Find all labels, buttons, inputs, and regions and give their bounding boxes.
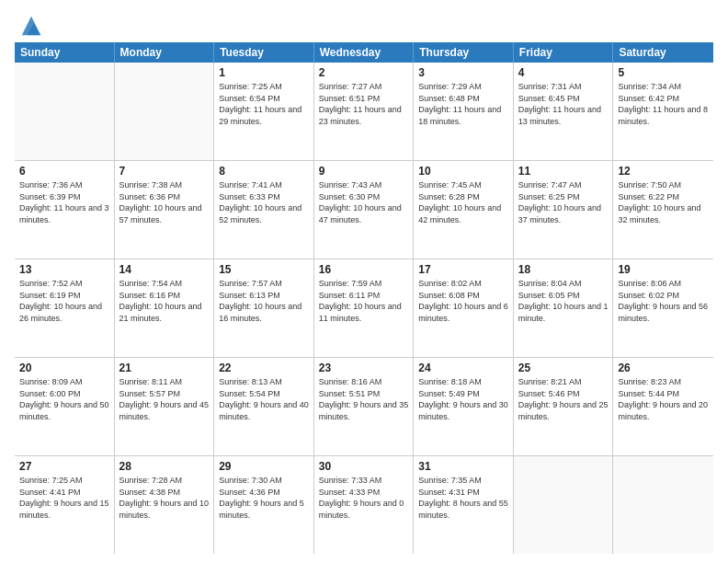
cell-info: Sunrise: 7:45 AMSunset: 6:28 PMDaylight:… [418, 179, 508, 225]
day-number: 19 [618, 262, 709, 277]
header-day-monday: Monday [115, 42, 215, 63]
day-number: 2 [319, 65, 409, 80]
calendar-cell: 16Sunrise: 7:59 AMSunset: 6:11 PMDayligh… [314, 259, 415, 357]
page: SundayMondayTuesdayWednesdayThursdayFrid… [0, 0, 728, 563]
cell-info: Sunrise: 7:25 AMSunset: 4:41 PMDaylight:… [19, 475, 109, 521]
logo [15, 13, 44, 39]
calendar-cell: 23Sunrise: 8:16 AMSunset: 5:51 PMDayligh… [314, 358, 415, 455]
cell-info: Sunrise: 8:13 AMSunset: 5:54 PMDaylight:… [219, 376, 309, 422]
calendar-cell: 5Sunrise: 7:34 AMSunset: 6:42 PMDaylight… [613, 63, 713, 160]
cell-info: Sunrise: 7:28 AMSunset: 4:38 PMDaylight:… [119, 475, 210, 521]
day-number: 31 [418, 459, 508, 474]
calendar-cell: 3Sunrise: 7:29 AMSunset: 6:48 PMDaylight… [414, 63, 514, 160]
day-number: 25 [518, 361, 609, 375]
cell-info: Sunrise: 8:21 AMSunset: 5:46 PMDaylight:… [518, 376, 609, 422]
cell-info: Sunrise: 7:29 AMSunset: 6:48 PMDaylight:… [418, 81, 508, 127]
calendar-cell: 15Sunrise: 7:57 AMSunset: 6:13 PMDayligh… [214, 259, 314, 357]
calendar-cell: 9Sunrise: 7:43 AMSunset: 6:30 PMDaylight… [314, 161, 415, 259]
day-number: 29 [219, 459, 309, 474]
day-number: 5 [618, 65, 709, 80]
cell-info: Sunrise: 7:33 AMSunset: 4:33 PMDaylight:… [319, 475, 409, 521]
cell-info: Sunrise: 8:06 AMSunset: 6:02 PMDaylight:… [618, 278, 709, 324]
cell-info: Sunrise: 7:59 AMSunset: 6:11 PMDaylight:… [319, 278, 409, 324]
day-number: 28 [119, 459, 210, 474]
day-number: 3 [418, 65, 508, 80]
cell-info: Sunrise: 7:38 AMSunset: 6:36 PMDaylight:… [119, 179, 210, 225]
calendar-cell: 22Sunrise: 8:13 AMSunset: 5:54 PMDayligh… [214, 358, 314, 455]
calendar: SundayMondayTuesdayWednesdayThursdayFrid… [15, 42, 713, 554]
day-number: 16 [319, 262, 409, 277]
day-number: 30 [319, 459, 409, 474]
calendar-row-2: 6Sunrise: 7:36 AMSunset: 6:39 PMDaylight… [15, 161, 713, 259]
calendar-body: 1Sunrise: 7:25 AMSunset: 6:54 PMDaylight… [15, 63, 713, 554]
cell-info: Sunrise: 7:34 AMSunset: 6:42 PMDaylight:… [618, 81, 709, 127]
calendar-row-4: 20Sunrise: 8:09 AMSunset: 6:00 PMDayligh… [15, 358, 713, 456]
calendar-cell: 29Sunrise: 7:30 AMSunset: 4:36 PMDayligh… [214, 456, 314, 554]
calendar-cell [613, 456, 713, 554]
day-number: 9 [319, 164, 409, 178]
cell-info: Sunrise: 7:41 AMSunset: 6:33 PMDaylight:… [219, 179, 309, 225]
calendar-cell: 20Sunrise: 8:09 AMSunset: 6:00 PMDayligh… [15, 358, 115, 455]
calendar-cell: 21Sunrise: 8:11 AMSunset: 5:57 PMDayligh… [115, 358, 215, 455]
cell-info: Sunrise: 8:18 AMSunset: 5:49 PMDaylight:… [418, 376, 508, 422]
day-number: 13 [19, 262, 109, 277]
day-number: 17 [418, 262, 508, 277]
cell-info: Sunrise: 7:54 AMSunset: 6:16 PMDaylight:… [119, 278, 210, 324]
cell-info: Sunrise: 8:02 AMSunset: 6:08 PMDaylight:… [418, 278, 508, 324]
cell-info: Sunrise: 7:47 AMSunset: 6:25 PMDaylight:… [518, 179, 609, 225]
cell-info: Sunrise: 7:43 AMSunset: 6:30 PMDaylight:… [319, 179, 409, 225]
day-number: 22 [219, 361, 309, 375]
calendar-cell: 27Sunrise: 7:25 AMSunset: 4:41 PMDayligh… [15, 456, 115, 554]
calendar-row-3: 13Sunrise: 7:52 AMSunset: 6:19 PMDayligh… [15, 259, 713, 358]
day-number: 12 [618, 164, 709, 178]
header-day-tuesday: Tuesday [214, 42, 314, 63]
day-number: 15 [219, 262, 309, 277]
calendar-cell: 18Sunrise: 8:04 AMSunset: 6:05 PMDayligh… [514, 259, 614, 357]
calendar-cell: 1Sunrise: 7:25 AMSunset: 6:54 PMDaylight… [214, 63, 314, 160]
cell-info: Sunrise: 7:25 AMSunset: 6:54 PMDaylight:… [219, 81, 309, 127]
calendar-cell: 4Sunrise: 7:31 AMSunset: 6:45 PMDaylight… [514, 63, 614, 160]
calendar-cell: 11Sunrise: 7:47 AMSunset: 6:25 PMDayligh… [514, 161, 614, 259]
day-number: 10 [418, 164, 508, 178]
cell-info: Sunrise: 7:57 AMSunset: 6:13 PMDaylight:… [219, 278, 309, 324]
day-number: 8 [219, 164, 309, 178]
calendar-cell: 8Sunrise: 7:41 AMSunset: 6:33 PMDaylight… [214, 161, 314, 259]
calendar-cell: 19Sunrise: 8:06 AMSunset: 6:02 PMDayligh… [613, 259, 713, 357]
calendar-cell: 25Sunrise: 8:21 AMSunset: 5:46 PMDayligh… [514, 358, 614, 455]
calendar-cell [15, 63, 115, 160]
cell-info: Sunrise: 8:11 AMSunset: 5:57 PMDaylight:… [119, 376, 210, 422]
cell-info: Sunrise: 7:30 AMSunset: 4:36 PMDaylight:… [219, 475, 309, 521]
day-number: 26 [618, 361, 709, 375]
header-day-thursday: Thursday [414, 42, 514, 63]
header-day-sunday: Sunday [15, 42, 115, 63]
calendar-cell: 26Sunrise: 8:23 AMSunset: 5:44 PMDayligh… [613, 358, 713, 455]
day-number: 20 [19, 361, 109, 375]
calendar-cell [514, 456, 614, 554]
day-number: 24 [418, 361, 508, 375]
header-day-saturday: Saturday [613, 42, 713, 63]
calendar-cell: 6Sunrise: 7:36 AMSunset: 6:39 PMDaylight… [15, 161, 115, 259]
cell-info: Sunrise: 8:09 AMSunset: 6:00 PMDaylight:… [19, 376, 109, 422]
calendar-cell: 14Sunrise: 7:54 AMSunset: 6:16 PMDayligh… [115, 259, 215, 357]
calendar-cell: 24Sunrise: 8:18 AMSunset: 5:49 PMDayligh… [414, 358, 514, 455]
cell-info: Sunrise: 8:16 AMSunset: 5:51 PMDaylight:… [319, 376, 409, 422]
calendar-cell: 17Sunrise: 8:02 AMSunset: 6:08 PMDayligh… [414, 259, 514, 357]
header [15, 9, 713, 39]
cell-info: Sunrise: 7:31 AMSunset: 6:45 PMDaylight:… [518, 81, 609, 127]
calendar-cell: 7Sunrise: 7:38 AMSunset: 6:36 PMDaylight… [115, 161, 215, 259]
day-number: 11 [518, 164, 609, 178]
day-number: 4 [518, 65, 609, 80]
cell-info: Sunrise: 7:27 AMSunset: 6:51 PMDaylight:… [319, 81, 409, 127]
cell-info: Sunrise: 8:04 AMSunset: 6:05 PMDaylight:… [518, 278, 609, 324]
calendar-cell: 12Sunrise: 7:50 AMSunset: 6:22 PMDayligh… [613, 161, 713, 259]
day-number: 18 [518, 262, 609, 277]
calendar-cell: 2Sunrise: 7:27 AMSunset: 6:51 PMDaylight… [314, 63, 415, 160]
header-day-friday: Friday [514, 42, 614, 63]
cell-info: Sunrise: 7:36 AMSunset: 6:39 PMDaylight:… [19, 179, 109, 225]
day-number: 21 [119, 361, 210, 375]
day-number: 23 [319, 361, 409, 375]
logo-icon [18, 13, 44, 39]
calendar-cell: 28Sunrise: 7:28 AMSunset: 4:38 PMDayligh… [115, 456, 215, 554]
day-number: 14 [119, 262, 210, 277]
cell-info: Sunrise: 7:50 AMSunset: 6:22 PMDaylight:… [618, 179, 709, 225]
